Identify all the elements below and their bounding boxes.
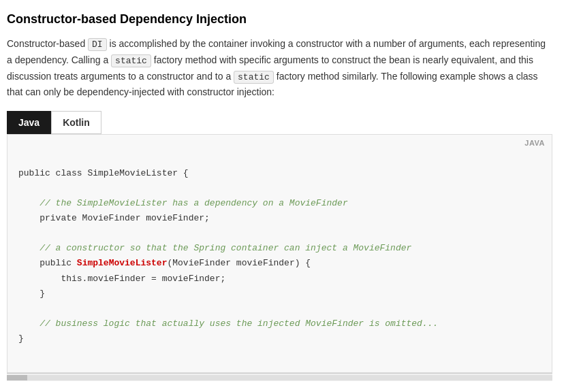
code-line-field: private MovieFinder movieFinder; [18, 213, 210, 223]
horizontal-scrollbar[interactable] [7, 373, 552, 381]
static-inline-code-2: static [234, 71, 274, 84]
tabs-container: Java Kotlin [7, 111, 552, 134]
code-line-assign: this.movieFinder = movieFinder; [18, 274, 225, 284]
code-line-comment-1: // the SimpleMovieLister has a dependenc… [18, 198, 348, 208]
tab-java[interactable]: Java [7, 111, 51, 134]
code-block-wrapper: JAVA public class SimpleMovieLister { //… [7, 134, 552, 373]
code-line-comment-3: // business logic that actually uses the… [18, 318, 438, 329]
code-lang-label: JAVA [524, 139, 545, 147]
di-inline-code: DI [88, 38, 107, 51]
code-line-constructor: public SimpleMovieLister(MovieFinder mov… [18, 258, 311, 268]
scrollbar-track [7, 375, 552, 380]
code-line-1: public class SimpleMovieLister { [18, 168, 189, 178]
code-line-end-brace: } [18, 333, 24, 344]
page-title: Constructor-based Dependency Injection [7, 12, 552, 27]
page-container: Constructor-based Dependency Injection C… [0, 0, 566, 388]
tab-kotlin[interactable]: Kotlin [51, 111, 101, 134]
description-paragraph: Constructor-based DI is accomplished by … [7, 36, 552, 100]
code-line-close-brace: } [18, 289, 45, 299]
code-line-comment-2: // a constructor so that the Spring cont… [18, 243, 411, 253]
static-inline-code-1: static [111, 54, 151, 67]
code-block: public class SimpleMovieLister { // the … [18, 151, 541, 361]
scrollbar-thumb[interactable] [7, 375, 27, 380]
